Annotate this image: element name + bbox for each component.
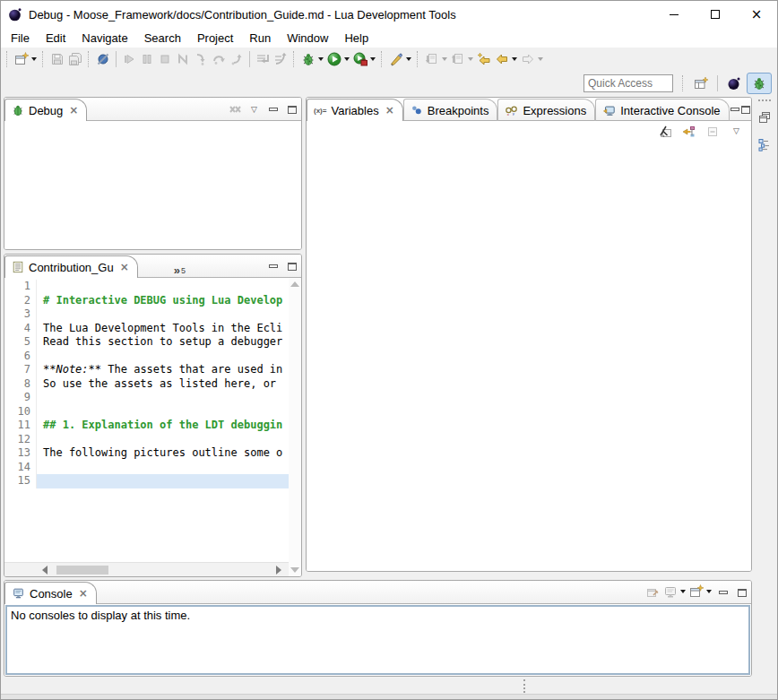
show-type-names-button[interactable] (657, 122, 675, 142)
window-close-button[interactable]: × (736, 1, 777, 28)
tab-console[interactable]: Console × (4, 582, 97, 604)
menu-item-window[interactable]: Window (279, 30, 336, 47)
hidden-editors-chevron[interactable]: »5 (174, 264, 186, 277)
variables-view-menu-button[interactable]: ▽ (727, 122, 746, 140)
step-return-button[interactable] (228, 49, 246, 69)
open-task-dropdown[interactable] (406, 57, 411, 61)
line-content[interactable] (37, 405, 289, 419)
show-logical-structures-button[interactable] (680, 122, 698, 142)
editor-minimize-button[interactable] (264, 257, 282, 275)
line-content[interactable]: **Note:** The assets that are used in (37, 363, 289, 377)
run-dropdown[interactable] (344, 57, 350, 61)
menu-item-project[interactable]: Project (189, 30, 241, 47)
line-content[interactable]: The Lua Development Tools in the Ecli (37, 322, 289, 336)
strip-drag-handle[interactable] (758, 99, 771, 101)
use-step-filters-button[interactable] (272, 49, 290, 69)
display-selected-console-button[interactable] (661, 582, 687, 601)
external-tools-dropdown[interactable] (370, 57, 376, 61)
menu-item-search[interactable]: Search (136, 30, 189, 47)
line-content[interactable]: ## 1. Explanation of the LDT debuggin (37, 419, 289, 433)
line-content[interactable]: The following pictures outline some o (37, 446, 289, 461)
line-content[interactable] (37, 433, 289, 447)
terminate-button[interactable] (156, 49, 174, 69)
editor-vertical-scrollbar[interactable] (289, 278, 301, 576)
variables-view-content[interactable] (307, 143, 751, 571)
line-content[interactable] (37, 307, 289, 322)
line-content[interactable] (37, 461, 289, 475)
disconnect-button[interactable] (174, 49, 192, 69)
run-button[interactable] (325, 49, 351, 69)
remove-all-terminated-button[interactable] (226, 100, 245, 118)
step-over-button[interactable] (210, 49, 228, 69)
scroll-right-icon[interactable] (276, 566, 281, 575)
save-all-button[interactable] (66, 49, 84, 69)
open-console-dropdown[interactable] (706, 590, 712, 593)
external-tools-button[interactable] (351, 49, 377, 69)
editor-maximize-button[interactable] (282, 257, 301, 275)
scroll-down-icon[interactable] (290, 567, 299, 573)
menu-item-help[interactable]: Help (336, 30, 376, 47)
line-content[interactable]: # Interactive DEBUG using Lua Develop (37, 294, 289, 308)
next-annotation-button[interactable] (423, 49, 449, 69)
resume-button[interactable] (120, 49, 138, 69)
horizontal-scroll-thumb[interactable] (56, 566, 108, 575)
forward-dropdown[interactable] (538, 57, 543, 61)
forward-button[interactable] (519, 49, 545, 69)
open-console-button[interactable] (687, 582, 713, 601)
display-selected-console-dropdown[interactable] (680, 590, 686, 593)
step-into-button[interactable] (192, 49, 210, 69)
previous-annotation-button[interactable] (449, 49, 475, 69)
line-content[interactable] (37, 350, 289, 364)
quick-access-input[interactable] (584, 74, 673, 92)
tab-breakpoints[interactable]: Breakpoints (403, 99, 498, 121)
debug-dropdown[interactable] (318, 57, 324, 61)
console-maximize-button[interactable] (732, 583, 751, 601)
tab-close-icon[interactable]: × (385, 105, 394, 116)
menu-item-file[interactable]: File (3, 30, 38, 47)
editor-horizontal-scrollbar[interactable] (4, 562, 289, 576)
console-message-area[interactable]: No consoles to display at this time. (5, 605, 750, 675)
drop-to-frame-button[interactable] (254, 49, 272, 69)
back-dropdown[interactable] (512, 57, 517, 61)
debug-view-minimize-button[interactable] (264, 100, 282, 118)
window-maximize-button[interactable] (695, 1, 736, 28)
status-bar-drag-handle[interactable] (523, 679, 525, 693)
restore-view-button[interactable] (755, 108, 774, 126)
tab-close-icon[interactable]: × (120, 262, 129, 272)
pin-console-button[interactable] (643, 583, 661, 601)
menu-item-edit[interactable]: Edit (38, 30, 73, 47)
new-wizard-button[interactable] (13, 49, 39, 69)
open-perspective-button[interactable] (688, 73, 713, 94)
variables-maximize-button[interactable] (740, 100, 751, 118)
open-task-button[interactable] (387, 49, 413, 69)
tab-contribution-guide[interactable]: Contribution_Gu × (4, 255, 138, 278)
outline-view-button[interactable] (755, 135, 774, 153)
save-button[interactable] (48, 49, 66, 69)
debug-view-content[interactable] (4, 121, 301, 249)
menu-item-run[interactable]: Run (241, 30, 279, 47)
debug-view-maximize-button[interactable] (282, 100, 301, 118)
tab-variables[interactable]: (x)= Variables × (307, 99, 403, 121)
line-content[interactable] (37, 391, 289, 405)
next-annotation-dropdown[interactable] (442, 57, 447, 61)
suspend-button[interactable] (138, 49, 156, 69)
tab-interactive-console[interactable]: Interactive Console (595, 99, 729, 121)
tab-close-icon[interactable]: × (69, 105, 78, 116)
last-edit-location-button[interactable] (475, 49, 493, 69)
debug-view-menu-button[interactable]: ▽ (245, 100, 264, 118)
window-minimize-button[interactable] (653, 1, 695, 28)
lua-perspective-button[interactable] (722, 73, 747, 94)
line-content[interactable]: So use the assets as listed here, or (37, 377, 289, 392)
tab-debug[interactable]: Debug × (4, 99, 87, 121)
debug-button[interactable] (299, 49, 325, 69)
scroll-up-icon[interactable] (290, 281, 299, 287)
tab-close-icon[interactable]: × (79, 588, 88, 599)
new-wizard-dropdown[interactable] (31, 57, 37, 61)
scroll-left-icon[interactable] (42, 566, 48, 575)
back-button[interactable] (493, 49, 519, 69)
line-content[interactable] (37, 280, 289, 294)
tab-expressions[interactable]: xy Expressions (497, 99, 595, 121)
previous-annotation-dropdown[interactable] (468, 57, 473, 61)
line-content[interactable]: Read this section to setup a debugger (37, 335, 289, 350)
console-minimize-button[interactable] (713, 583, 732, 601)
